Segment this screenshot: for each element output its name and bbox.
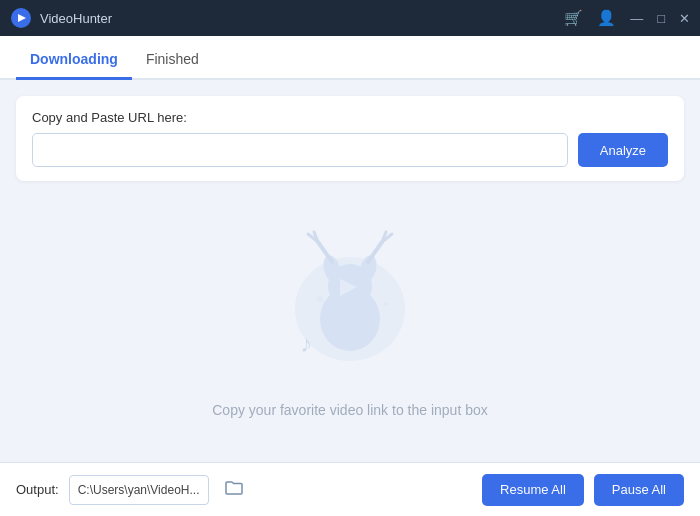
- output-path-box: C:\Users\yan\VideoH...: [69, 475, 209, 505]
- url-box: Copy and Paste URL here: Analyze: [16, 96, 684, 181]
- output-path: C:\Users\yan\VideoH...: [78, 483, 200, 497]
- svg-text:♪: ♪: [300, 331, 312, 357]
- svg-point-16: [384, 302, 388, 306]
- tab-finished[interactable]: Finished: [132, 41, 213, 80]
- url-label: Copy and Paste URL here:: [32, 110, 668, 125]
- empty-state-icon: ♪: [270, 224, 430, 384]
- url-input[interactable]: [32, 133, 568, 167]
- minimize-icon[interactable]: —: [630, 11, 643, 26]
- output-label: Output:: [16, 482, 59, 497]
- resume-all-button[interactable]: Resume All: [482, 474, 584, 506]
- analyze-button[interactable]: Analyze: [578, 133, 668, 167]
- url-input-row: Analyze: [32, 133, 668, 167]
- maximize-icon[interactable]: □: [657, 11, 665, 26]
- empty-state-text: Copy your favorite video link to the inp…: [212, 402, 488, 418]
- bottom-bar: Output: C:\Users\yan\VideoH... Resume Al…: [0, 462, 700, 516]
- folder-icon[interactable]: [225, 480, 243, 500]
- main-content: Copy and Paste URL here: Analyze: [0, 80, 700, 462]
- pause-all-button[interactable]: Pause All: [594, 474, 684, 506]
- title-bar: VideoHunter 🛒 👤 — □ ✕: [0, 0, 700, 36]
- app-title: VideoHunter: [40, 11, 564, 26]
- cart-icon[interactable]: 🛒: [564, 9, 583, 27]
- tab-downloading[interactable]: Downloading: [16, 41, 132, 80]
- empty-state: ♪ Copy your favorite video link to the i…: [16, 181, 684, 451]
- app-logo: [10, 7, 32, 29]
- window-controls: 🛒 👤 — □ ✕: [564, 9, 690, 27]
- user-icon[interactable]: 👤: [597, 9, 616, 27]
- close-icon[interactable]: ✕: [679, 11, 690, 26]
- tab-bar: Downloading Finished: [0, 36, 700, 80]
- svg-point-15: [317, 296, 323, 302]
